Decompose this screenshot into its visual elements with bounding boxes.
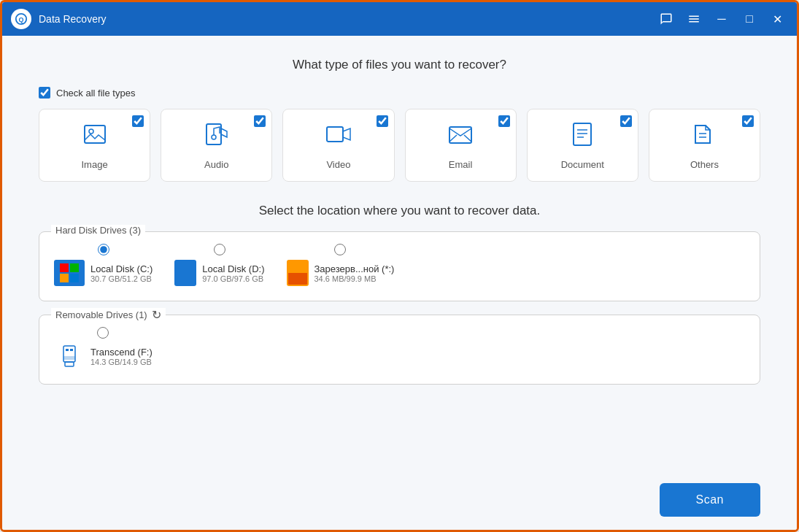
audio-checkbox[interactable] (254, 115, 266, 127)
svg-point-5 (212, 135, 216, 139)
check-all-row: Check all file types (39, 87, 760, 99)
audio-icon (204, 121, 230, 153)
others-checkbox[interactable] (742, 115, 754, 127)
drive-c-icon (54, 260, 85, 286)
video-checkbox[interactable] (377, 115, 388, 127)
check-all-checkbox[interactable] (39, 87, 50, 99)
drive-f-info: Transcend (F:) 14.3 GB/14.9 GB (54, 343, 153, 369)
title-bar: Q Data Recovery ─ □ ✕ (2, 2, 797, 36)
svg-point-3 (89, 129, 93, 134)
file-type-image[interactable]: Image (39, 109, 150, 182)
footer: Scan (2, 473, 797, 530)
svg-rect-19 (66, 349, 69, 351)
drive-f-name: Transcend (F:) (90, 347, 153, 358)
drive-f-text: Transcend (F:) 14.3 GB/14.9 GB (90, 347, 153, 366)
document-checkbox[interactable] (620, 115, 632, 127)
email-label: Email (449, 159, 473, 170)
maximize-button[interactable]: □ (738, 8, 760, 30)
drive-d-name: Local Disk (D:) (202, 263, 264, 274)
hard-disk-group-label: Hard Disk Drives (3) (51, 225, 145, 236)
app-window: Q Data Recovery ─ □ ✕ What type of files… (0, 0, 799, 532)
file-type-email[interactable]: Email (405, 109, 517, 182)
svg-text:Q: Q (18, 16, 23, 23)
scan-button[interactable]: Scan (660, 483, 760, 517)
svg-rect-6 (327, 127, 343, 142)
drive-c-radio[interactable] (98, 244, 109, 255)
removable-drives-group: Removable Drives (1) ↻ (39, 315, 760, 385)
drive-c-radio-row (98, 244, 109, 255)
drive-reserved-info: Зарезерв...ной (*:) 34.6 MB/99.9 MB (287, 260, 395, 286)
drive-reserved-name: Зарезерв...ной (*:) (314, 263, 395, 274)
drive-f-radio[interactable] (97, 327, 109, 339)
file-types-section: What type of files you want to recover? … (39, 58, 760, 182)
drive-d-radio-row (214, 244, 225, 255)
drive-c-size: 30.7 GB/51.2 GB (90, 274, 153, 283)
refresh-icon[interactable]: ↻ (152, 308, 161, 322)
check-all-label: Check all file types (56, 88, 135, 99)
hard-disk-group: Hard Disk Drives (3) (39, 231, 760, 301)
drive-c-info: Local Disk (C:) 30.7 GB/51.2 GB (54, 260, 153, 286)
main-content: What type of files you want to recover? … (2, 36, 797, 473)
svg-rect-7 (449, 127, 471, 143)
email-icon (447, 121, 474, 153)
svg-rect-16 (60, 274, 69, 282)
drive-f[interactable]: Transcend (F:) 14.3 GB/14.9 GB (54, 327, 153, 369)
window-title: Data Recovery (39, 13, 655, 25)
location-section: Select the location where you want to re… (39, 204, 760, 385)
drive-c-name: Local Disk (C:) (90, 263, 153, 274)
drive-reserved-icon (287, 260, 309, 286)
file-type-video[interactable]: Video (282, 109, 394, 182)
file-type-others[interactable]: Others (649, 109, 760, 182)
location-title: Select the location where you want to re… (39, 204, 760, 218)
file-types-grid: Image Audio (39, 109, 760, 182)
drive-f-radio-row (97, 327, 109, 339)
svg-rect-22 (65, 362, 74, 366)
email-checkbox[interactable] (498, 115, 510, 127)
document-icon (569, 121, 595, 153)
video-label: Video (326, 159, 350, 170)
drive-reserved-radio-row (334, 244, 346, 255)
svg-rect-17 (70, 274, 79, 282)
minimize-button[interactable]: ─ (711, 8, 733, 30)
drive-c-text: Local Disk (C:) 30.7 GB/51.2 GB (90, 263, 153, 283)
menu-button[interactable] (683, 8, 705, 30)
video-icon (325, 121, 352, 153)
drive-reserved-size: 34.6 MB/99.9 MB (314, 274, 395, 283)
drive-f-size: 14.3 GB/14.9 GB (90, 358, 153, 366)
svg-rect-8 (574, 123, 591, 145)
drive-d-icon (174, 260, 196, 286)
file-type-audio[interactable]: Audio (161, 109, 272, 182)
removable-drives-row: Transcend (F:) 14.3 GB/14.9 GB (54, 327, 745, 369)
svg-rect-21 (63, 356, 75, 360)
removable-drives-label: Removable Drives (1) ↻ (51, 308, 166, 322)
close-button[interactable]: ✕ (766, 8, 788, 30)
drive-reserved[interactable]: Зарезерв...ной (*:) 34.6 MB/99.9 MB (287, 244, 395, 286)
drive-c[interactable]: Local Disk (C:) 30.7 GB/51.2 GB (54, 244, 153, 286)
image-label: Image (82, 159, 108, 170)
svg-rect-14 (60, 263, 69, 272)
others-label: Others (690, 159, 719, 170)
document-label: Document (561, 159, 604, 170)
hard-disk-drives-row: Local Disk (C:) 30.7 GB/51.2 GB (54, 244, 745, 286)
drive-reserved-radio[interactable] (334, 244, 346, 255)
chat-button[interactable] (655, 8, 677, 30)
window-controls: ─ □ ✕ (655, 8, 788, 30)
file-types-title: What type of files you want to recover? (39, 58, 760, 72)
svg-rect-15 (70, 263, 79, 272)
drive-d[interactable]: Local Disk (D:) 97.0 GB/97.6 GB (174, 244, 264, 286)
drive-f-icon (54, 343, 85, 369)
file-type-document[interactable]: Document (527, 109, 638, 182)
audio-label: Audio (204, 159, 228, 170)
drive-d-info: Local Disk (D:) 97.0 GB/97.6 GB (174, 260, 264, 286)
image-checkbox[interactable] (132, 115, 144, 127)
drive-d-radio[interactable] (214, 244, 225, 255)
others-icon (691, 121, 717, 153)
svg-rect-2 (85, 126, 105, 143)
image-icon (82, 121, 108, 153)
drive-d-size: 97.0 GB/97.6 GB (202, 274, 264, 283)
app-logo: Q (11, 9, 31, 29)
svg-rect-20 (70, 349, 73, 351)
drive-d-text: Local Disk (D:) 97.0 GB/97.6 GB (202, 263, 264, 283)
drive-reserved-text: Зарезерв...ной (*:) 34.6 MB/99.9 MB (314, 263, 395, 283)
